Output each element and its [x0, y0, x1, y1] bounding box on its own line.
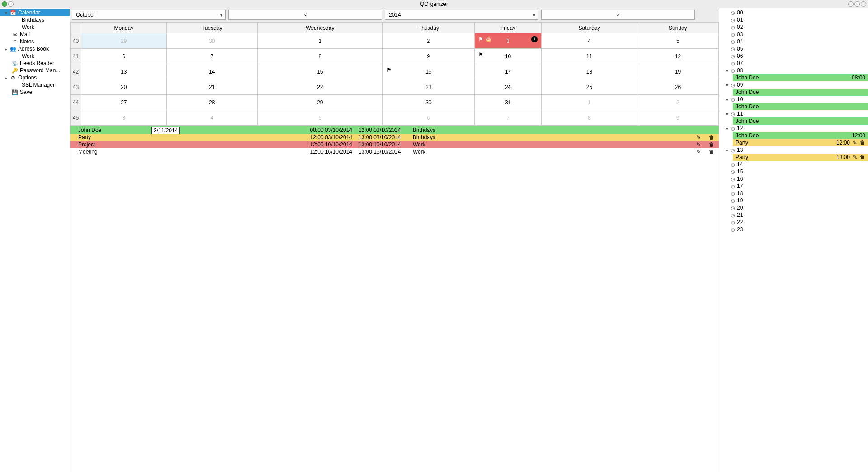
delete-icon[interactable]: 🗑 — [709, 141, 714, 148]
calendar-cell[interactable]: 5 — [637, 33, 718, 49]
calendar-cell[interactable]: 17 — [474, 64, 541, 79]
calendar-cell[interactable]: 1 — [542, 95, 637, 110]
edit-icon[interactable]: ✎ — [853, 154, 857, 160]
calendar-cell[interactable]: ⚑16 — [382, 64, 474, 79]
delete-icon[interactable]: 🗑 — [860, 154, 865, 160]
hour-row[interactable]: ◷21 — [719, 211, 868, 219]
calendar-cell[interactable]: 31 — [474, 95, 541, 110]
edit-icon[interactable]: ✎ — [696, 134, 701, 140]
calendar-cell[interactable]: 27 — [81, 95, 167, 110]
calendar-cell[interactable]: 2 — [637, 95, 718, 110]
calendar-cell[interactable]: 7 — [474, 110, 541, 126]
calendar-cell[interactable]: 8 — [542, 110, 637, 126]
hour-row[interactable]: ◷14 — [719, 161, 868, 168]
hour-row[interactable]: ◷01 — [719, 16, 868, 23]
hour-event[interactable]: Party13:00✎🗑 — [733, 154, 868, 161]
calendar-cell[interactable]: 26 — [637, 79, 718, 95]
event-row[interactable]: Meeting12:00 16/10/201413:00 16/10/2014W… — [70, 148, 719, 155]
hour-row[interactable]: ▾◷12 — [719, 125, 868, 132]
calendar-cell[interactable]: 2 — [382, 33, 474, 49]
calendar-cell[interactable]: 19 — [637, 64, 718, 79]
hour-row[interactable]: ◷16 — [719, 175, 868, 182]
calendar-cell[interactable]: 1 — [257, 33, 382, 49]
hour-row[interactable]: ◷04 — [719, 38, 868, 45]
hour-row[interactable]: ◷22 — [719, 219, 868, 226]
hour-row[interactable]: ◷23 — [719, 226, 868, 233]
hour-row[interactable]: ◷15 — [719, 168, 868, 175]
hour-row[interactable]: ▾◷13 — [719, 146, 868, 154]
delete-icon[interactable]: 🗑 — [709, 149, 714, 155]
hour-event[interactable]: John Doe — [733, 103, 868, 110]
prev-button[interactable]: < — [228, 10, 382, 20]
sidebar-item-mail[interactable]: ✉Mail — [0, 31, 70, 38]
calendar-cell[interactable]: 6 — [382, 110, 474, 126]
expander-icon[interactable]: ▾ — [725, 112, 729, 117]
calendar-cell[interactable]: 18 — [542, 64, 637, 79]
calendar-cell[interactable]: 3 — [81, 110, 167, 126]
calendar-cell[interactable]: 6 — [81, 49, 167, 64]
hour-row[interactable]: ▾◷09 — [719, 81, 868, 89]
month-select[interactable]: October ▾ — [72, 10, 226, 20]
hour-event[interactable]: John Doe — [733, 117, 868, 125]
expander-icon[interactable]: ▸ — [4, 75, 8, 80]
edit-icon[interactable]: ✎ — [696, 141, 701, 148]
calendar-cell[interactable]: 12 — [637, 49, 718, 64]
calendar-cell[interactable]: 9 — [637, 110, 718, 126]
delete-icon[interactable]: 🗑 — [860, 140, 865, 146]
sidebar-item-save[interactable]: 💾Save — [0, 89, 70, 96]
edit-icon[interactable]: ✎ — [696, 149, 701, 155]
calendar-cell[interactable]: 24 — [474, 79, 541, 95]
expander-icon[interactable]: ▾ — [725, 83, 729, 88]
calendar-cell[interactable]: 14 — [166, 64, 257, 79]
calendar-cell[interactable]: 8 — [257, 49, 382, 64]
calendar-cell[interactable]: 22 — [257, 79, 382, 95]
calendar-cell[interactable]: 29 — [81, 33, 167, 49]
sidebar-item-adress-book[interactable]: ▸👥Adress Book — [0, 45, 70, 52]
hour-row[interactable]: ◷02 — [719, 23, 868, 31]
add-event-button[interactable]: + — [531, 36, 538, 42]
sidebar-item-birthdays[interactable]: Birthdays — [0, 16, 70, 23]
sidebar-item-work[interactable]: Work — [0, 23, 70, 31]
calendar-cell[interactable]: 4 — [542, 33, 637, 49]
expander-icon[interactable]: ▸ — [4, 47, 8, 51]
hour-row[interactable]: ◷00 — [719, 9, 868, 16]
hour-event[interactable]: John Doe08:00 — [733, 74, 868, 81]
event-row[interactable]: Party12:00 03/10/201413:00 03/10/2014Bir… — [70, 134, 719, 141]
hour-row[interactable]: ◷18 — [719, 190, 868, 197]
next-button[interactable]: > — [541, 10, 695, 20]
calendar-cell[interactable]: ⚑10 — [474, 49, 541, 64]
calendar-cell[interactable]: 23 — [382, 79, 474, 95]
sidebar-item-notes[interactable]: 🗒Notes — [0, 38, 70, 45]
hour-row[interactable]: ◷07 — [719, 60, 868, 67]
calendar-cell[interactable]: 25 — [542, 79, 637, 95]
hour-row[interactable]: ◷20 — [719, 204, 868, 211]
expander-icon[interactable]: ▾ — [725, 68, 729, 73]
calendar-cell[interactable]: 21 — [166, 79, 257, 95]
calendar-cell[interactable]: 5 — [257, 110, 382, 126]
calendar-cell[interactable]: 30 — [382, 95, 474, 110]
hour-event[interactable]: Party12:00✎🗑 — [733, 139, 868, 146]
hour-row[interactable]: ◷05 — [719, 45, 868, 52]
sidebar-item-ssl-manager[interactable]: SSL Manager — [0, 81, 70, 89]
calendar-cell[interactable]: 4 — [166, 110, 257, 126]
hour-row[interactable]: ◷19 — [719, 197, 868, 204]
calendar-cell[interactable]: 28 — [166, 95, 257, 110]
sidebar-item-options[interactable]: ▸⚙Options — [0, 74, 70, 81]
hour-row[interactable]: ▾◷10 — [719, 96, 868, 103]
sidebar-item-password-man-[interactable]: 🔑Password Man... — [0, 67, 70, 74]
calendar-cell[interactable]: 30 — [166, 33, 257, 49]
hour-row[interactable]: ◷03 — [719, 31, 868, 38]
hour-event[interactable]: John Doe12:00 — [733, 132, 868, 139]
calendar-cell[interactable]: ⚑🎂+3 — [474, 33, 541, 49]
sidebar-item-work[interactable]: Work — [0, 52, 70, 60]
close-icon[interactable] — [861, 1, 866, 7]
calendar-cell[interactable]: 29 — [257, 95, 382, 110]
expander-icon[interactable]: ▾ — [725, 148, 729, 153]
expander-icon[interactable]: ▾ — [725, 126, 729, 131]
calendar-cell[interactable]: 7 — [166, 49, 257, 64]
sidebar-item-feeds-reader[interactable]: 📡Feeds Reader — [0, 60, 70, 67]
calendar-cell[interactable]: 15 — [257, 64, 382, 79]
calendar-cell[interactable]: 20 — [81, 79, 167, 95]
edit-icon[interactable]: ✎ — [853, 140, 857, 146]
hour-row[interactable]: ◷17 — [719, 182, 868, 190]
